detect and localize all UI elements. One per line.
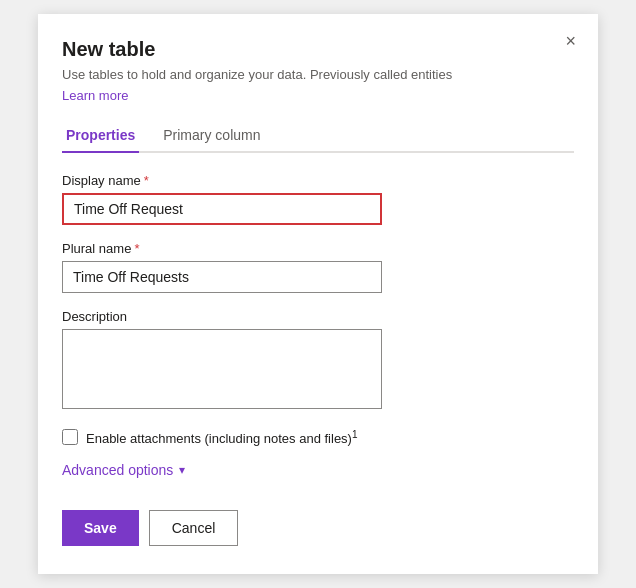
tab-properties[interactable]: Properties xyxy=(62,119,139,153)
cancel-button[interactable]: Cancel xyxy=(149,510,239,546)
attachments-checkbox[interactable] xyxy=(62,429,78,445)
plural-name-input[interactable] xyxy=(62,261,382,293)
tab-primary-column[interactable]: Primary column xyxy=(159,119,264,153)
description-input[interactable] xyxy=(62,329,382,409)
advanced-options-button[interactable]: Advanced options ▾ xyxy=(62,462,185,478)
tab-bar: Properties Primary column xyxy=(62,119,574,153)
advanced-options-label: Advanced options xyxy=(62,462,173,478)
plural-name-label: Plural name * xyxy=(62,241,574,256)
footer-buttons: Save Cancel xyxy=(62,510,574,546)
plural-name-field-group: Plural name * xyxy=(62,241,574,293)
required-indicator: * xyxy=(144,173,149,188)
description-field-group: Description xyxy=(62,309,574,413)
required-indicator-plural: * xyxy=(134,241,139,256)
display-name-label: Display name * xyxy=(62,173,574,188)
new-table-dialog: × New table Use tables to hold and organ… xyxy=(38,14,598,574)
display-name-field-group: Display name * xyxy=(62,173,574,225)
learn-more-link[interactable]: Learn more xyxy=(62,88,128,103)
checkbox-superscript: 1 xyxy=(352,429,358,440)
chevron-down-icon: ▾ xyxy=(179,463,185,477)
attachments-checkbox-row: Enable attachments (including notes and … xyxy=(62,429,574,446)
close-button[interactable]: × xyxy=(559,30,582,52)
dialog-subtitle: Use tables to hold and organize your dat… xyxy=(62,67,574,82)
attachments-label: Enable attachments (including notes and … xyxy=(86,429,358,446)
display-name-input[interactable] xyxy=(62,193,382,225)
save-button[interactable]: Save xyxy=(62,510,139,546)
dialog-title: New table xyxy=(62,38,574,61)
description-label: Description xyxy=(62,309,574,324)
